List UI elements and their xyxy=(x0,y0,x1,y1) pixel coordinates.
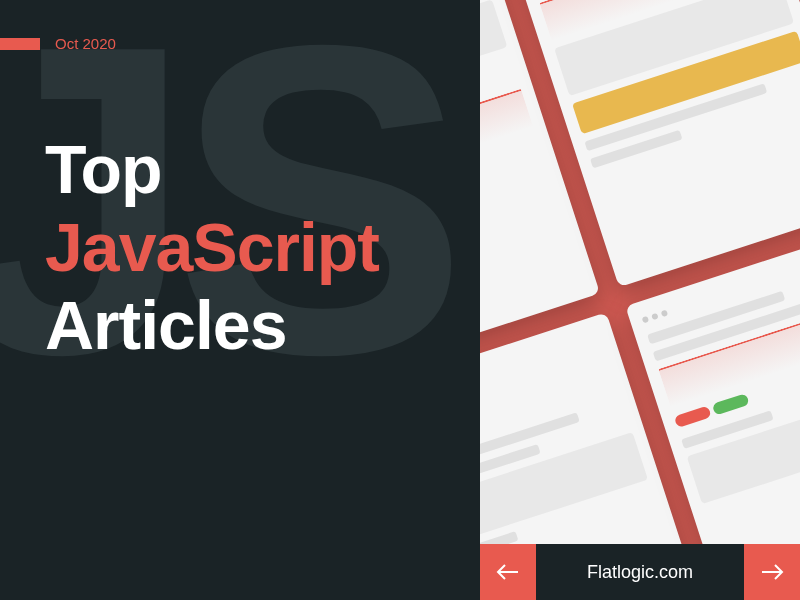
title-line-3: Articles xyxy=(45,286,379,364)
brand-label: Flatlogic.com xyxy=(587,562,693,583)
dashboard-mockup-collage xyxy=(480,0,800,600)
bottom-nav-bar: Flatlogic.com xyxy=(480,544,800,600)
date-label: Oct 2020 xyxy=(55,35,116,52)
title-line-1: Top xyxy=(45,130,379,208)
hero-left-panel: JS Oct 2020 Top JavaScript Articles xyxy=(0,0,480,600)
brand-area[interactable]: Flatlogic.com xyxy=(536,544,744,600)
title-line-2: JavaScript xyxy=(45,208,379,286)
title-block: Top JavaScript Articles xyxy=(45,130,379,365)
arrow-left-icon xyxy=(496,562,520,582)
arrow-right-icon xyxy=(760,562,784,582)
date-row: Oct 2020 xyxy=(0,35,116,52)
hero-right-panel: Flatlogic.com xyxy=(480,0,800,600)
accent-bar xyxy=(0,38,40,50)
prev-button[interactable] xyxy=(480,544,536,600)
next-button[interactable] xyxy=(744,544,800,600)
